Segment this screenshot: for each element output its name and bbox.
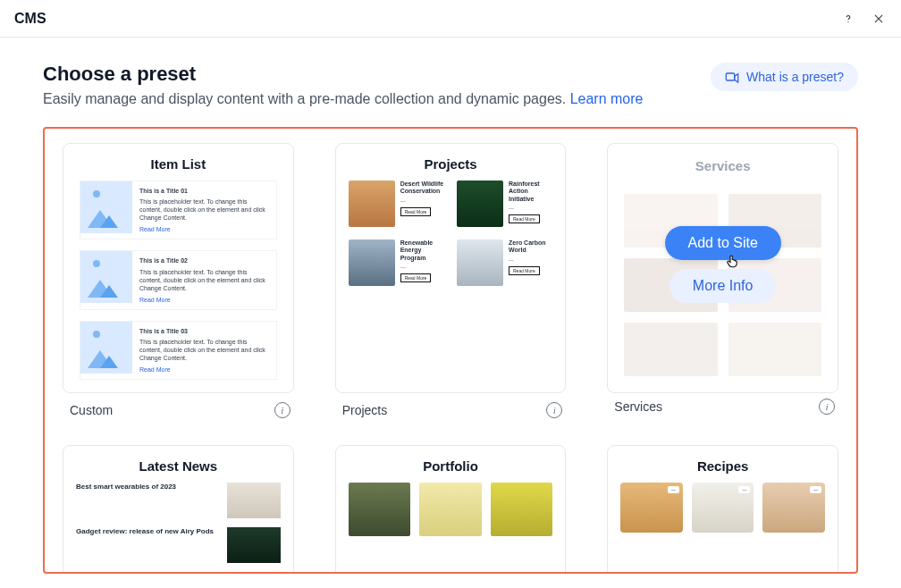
preset-cell-recipes: Recipes — — — — [607, 445, 838, 574]
recipe-thumb: — — [762, 483, 825, 533]
app-title: CMS — [14, 11, 46, 27]
project-item: Rainforest Action Initiative—Read More — [457, 181, 552, 227]
presets-grid: Item List This is a Title 01This is plac… — [63, 143, 838, 574]
preset-cell-services: Services Add to Site More Info — [607, 143, 838, 418]
cursor-hand-icon — [725, 253, 741, 269]
preset-card-services[interactable]: Services Add to Site More Info — [607, 143, 838, 393]
what-is-preset-button[interactable]: What is a preset? — [711, 63, 858, 91]
help-icon[interactable] — [840, 11, 856, 27]
image-placeholder-icon — [80, 322, 132, 374]
learn-more-link[interactable]: Learn more — [570, 91, 644, 106]
preset-card-portfolio[interactable]: Portfolio — [335, 445, 567, 574]
preset-card-latest-news[interactable]: Latest News Best smart wearables of 2023… — [63, 445, 294, 574]
info-icon[interactable]: i — [546, 402, 562, 418]
window-titlebar: CMS — [0, 0, 901, 38]
close-icon[interactable] — [871, 11, 887, 27]
project-item: Desert Wildlife Conservation—Read More — [349, 181, 444, 227]
preset-cell-portfolio: Portfolio — [335, 445, 567, 574]
project-item: Zero Carbon World—Read More — [457, 239, 552, 286]
news-item: Gadget review: release of new Airy Pods — [76, 527, 281, 563]
add-to-site-button[interactable]: Add to Site — [665, 226, 781, 260]
card-title: Portfolio — [336, 446, 566, 483]
card-title: Projects — [336, 144, 566, 181]
portfolio-thumb — [491, 483, 553, 536]
list-item: This is a Title 02This is placeholder te… — [80, 250, 277, 309]
window-controls — [840, 11, 887, 27]
page-title: Choose a preset — [43, 63, 644, 86]
video-icon — [725, 71, 739, 83]
preset-cell-projects: Projects Desert Wildlife Conservation—Re… — [335, 143, 567, 418]
portfolio-thumb — [349, 483, 411, 536]
preset-card-recipes[interactable]: Recipes — — — — [607, 445, 838, 574]
card-title: Item List — [63, 144, 293, 181]
preset-cell-latest-news: Latest News Best smart wearables of 2023… — [63, 445, 294, 574]
list-item: This is a Title 03This is placeholder te… — [80, 321, 277, 380]
card-title: Latest News — [63, 446, 293, 483]
project-item: Renewable Energy Program—Read More — [349, 239, 444, 286]
subtitle-text: Easily manage and display content with a… — [43, 91, 570, 106]
preset-cell-custom: Item List This is a Title 01This is plac… — [63, 143, 294, 418]
preset-label: Services — [614, 399, 662, 414]
info-icon[interactable]: i — [274, 402, 291, 418]
preset-card-projects[interactable]: Projects Desert Wildlife Conservation—Re… — [335, 143, 567, 393]
image-placeholder-icon — [80, 251, 132, 303]
svg-point-0 — [847, 21, 848, 21]
news-item: Best smart wearables of 2023 — [76, 483, 281, 518]
preset-label: Custom — [70, 403, 113, 417]
more-info-button[interactable]: More Info — [669, 269, 777, 303]
hover-actions: Add to Site More Info — [608, 226, 838, 303]
recipe-thumb: — — [692, 483, 754, 533]
what-is-preset-label: What is a preset? — [746, 70, 844, 84]
portfolio-thumb — [419, 483, 482, 536]
svg-rect-1 — [726, 73, 734, 80]
info-icon[interactable]: i — [819, 399, 835, 415]
page-subtitle: Easily manage and display content with a… — [43, 91, 644, 107]
list-item: This is a Title 01This is placeholder te… — [80, 181, 277, 239]
recipe-thumb: — — [620, 483, 683, 533]
image-placeholder-icon — [80, 181, 132, 233]
presets-grid-highlight: Item List This is a Title 01This is plac… — [43, 127, 858, 574]
card-title: Recipes — [608, 446, 838, 483]
preset-label: Projects — [342, 403, 388, 417]
preset-card-item-list[interactable]: Item List This is a Title 01This is plac… — [63, 143, 294, 393]
page-header: Choose a preset Easily manage and displa… — [43, 63, 858, 107]
